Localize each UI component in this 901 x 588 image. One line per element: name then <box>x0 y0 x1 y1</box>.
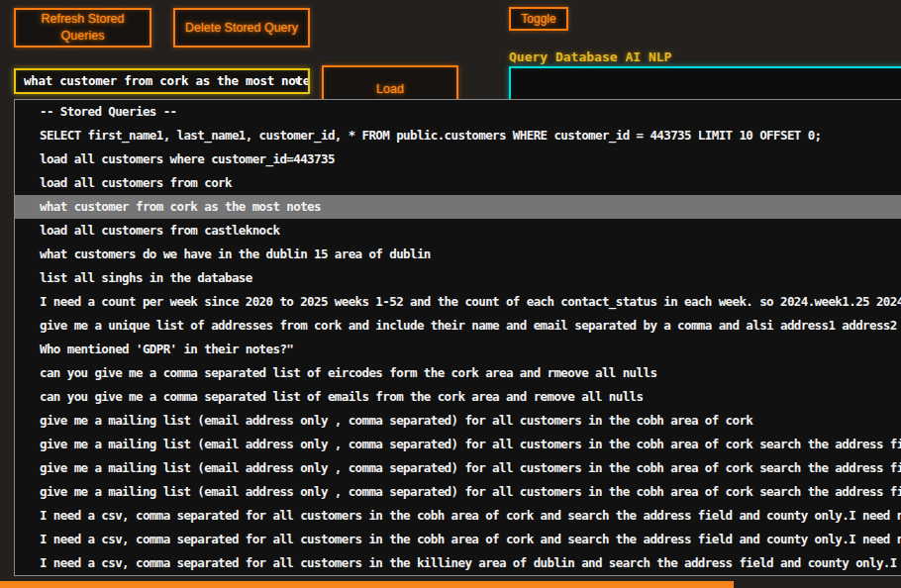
stored-queries-listbox: -- Stored Queries --SELECT first_name1, … <box>14 99 901 576</box>
stored-query-option[interactable]: give me a unique list of addresses from … <box>15 314 901 338</box>
stored-query-option[interactable]: -- Stored Queries -- <box>15 100 901 124</box>
stored-query-option[interactable]: I need a csv, comma separated for all cu… <box>15 551 901 575</box>
stored-queries-select[interactable]: what customer from cork as the most note… <box>14 68 310 94</box>
stored-query-option[interactable]: give me a mailing list (email address on… <box>15 456 901 480</box>
stored-query-option[interactable]: list all singhs in the database <box>15 266 901 290</box>
stored-query-option[interactable]: Who mentioned 'GDPR' in their notes?" <box>15 338 901 361</box>
stored-query-option[interactable]: give me a mailing list (email address on… <box>15 409 901 433</box>
toggle-button[interactable]: Toggle <box>509 7 568 31</box>
stored-query-option[interactable]: I need a csv, comma separated for all cu… <box>15 528 901 551</box>
progress-bar <box>0 581 734 588</box>
app-window: Refresh Stored Queries Delete Stored Que… <box>0 0 901 588</box>
stored-query-option[interactable]: I need a count per week since 2020 to 20… <box>15 290 901 314</box>
refresh-stored-queries-button[interactable]: Refresh Stored Queries <box>14 8 151 48</box>
delete-stored-query-button[interactable]: Delete Stored Query <box>173 8 310 48</box>
stored-query-option[interactable]: give me a mailing list (email address on… <box>15 480 901 504</box>
stored-query-option[interactable]: what customers do we have in the dublin … <box>15 243 901 266</box>
stored-query-option[interactable]: what customer from cork as the most note… <box>15 195 901 219</box>
chevron-down-icon: v <box>294 70 301 92</box>
stored-query-option[interactable]: load all customers from castleknock <box>15 219 901 243</box>
stored-query-option[interactable]: SELECT first_name1, last_name1, customer… <box>15 124 901 147</box>
stored-query-option[interactable]: load all customers where customer_id=443… <box>15 147 901 171</box>
stored-query-option[interactable]: give me a mailing list (email address on… <box>15 433 901 456</box>
nlp-query-label: Query Database AI NLP <box>509 49 671 64</box>
stored-query-option[interactable]: can you give me a comma separated list o… <box>15 385 901 409</box>
stored-query-option[interactable]: can you give me a comma separated list o… <box>15 361 901 385</box>
stored-query-option[interactable]: load all customers from cork <box>15 171 901 195</box>
stored-query-option[interactable]: I need a csv, comma separated for all cu… <box>15 504 901 528</box>
selected-query-value: what customer from cork as the most note… <box>24 73 310 88</box>
